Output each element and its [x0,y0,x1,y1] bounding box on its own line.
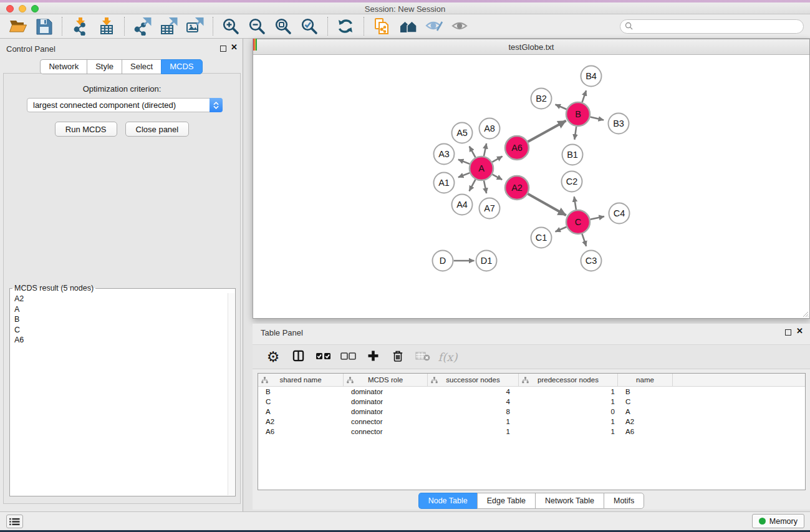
edge-C-C2[interactable] [574,196,576,210]
graph-node-A4[interactable]: A4 [452,195,473,215]
edge-A-A1[interactable] [458,173,470,177]
edge-A6-B[interactable] [528,121,566,142]
refresh-button[interactable] [334,16,357,37]
table-float-panel-icon[interactable] [785,329,791,336]
graph-node-A6[interactable]: A6 [505,136,529,160]
graph-node-D[interactable]: D [433,251,453,271]
zoom-fit-button[interactable] [272,16,294,37]
tab-select[interactable]: Select [122,59,161,74]
column-header-name[interactable]: name [618,374,673,386]
mcds-result-item[interactable]: B [10,314,228,325]
edge-A2-C[interactable] [528,194,566,215]
table-row[interactable]: Adominator80A [258,407,805,417]
graph-node-B1[interactable]: B1 [562,145,583,165]
node-label: A5 [456,128,468,138]
tab-motifs[interactable]: Motifs [604,493,644,509]
graph-node-B4[interactable]: B4 [581,66,602,87]
graph-node-B2[interactable]: B2 [531,89,552,109]
column-header-successor-nodes[interactable]: successor nodes [428,374,519,386]
tab-style[interactable]: Style [87,59,122,74]
add-column-button[interactable] [364,347,382,366]
search-input[interactable] [620,19,804,34]
export-table-button[interactable] [157,16,180,37]
export-image-button[interactable] [183,16,206,37]
column-header-shared-name[interactable]: shared name [258,374,344,386]
export-network-button[interactable] [131,16,153,37]
table-row[interactable]: A6connector11A6 [258,427,805,437]
edge-B-B4[interactable] [582,90,587,102]
graph-node-B[interactable]: B [566,102,590,126]
graph-node-B3[interactable]: B3 [609,114,629,134]
mcds-result-item[interactable]: A6 [10,335,228,346]
edge-B-B2[interactable] [556,105,567,110]
select-all-button[interactable] [314,347,332,366]
graph-node-C3[interactable]: C3 [581,251,602,271]
graph-node-A3[interactable]: A3 [434,144,455,165]
zoom-selected-button[interactable] [298,16,321,37]
tab-mcds[interactable]: MCDS [161,59,202,74]
mcds-result-item[interactable]: A [10,304,228,315]
mcds-result-item[interactable]: C [10,325,228,336]
edge-A-A3[interactable] [458,160,470,164]
table-cell: C [618,398,673,405]
close-panel-icon[interactable]: ✕ [231,42,238,52]
save-button[interactable] [32,16,55,37]
tab-node-table[interactable]: Node Table [418,493,477,509]
open-button[interactable] [6,16,29,37]
table-row[interactable]: Bdominator41B [258,387,805,397]
close-panel-button[interactable]: Close panel [125,122,190,137]
graph-node-C1[interactable]: C1 [531,228,552,248]
graph-node-A2[interactable]: A2 [505,176,529,200]
column-view-button[interactable] [289,347,307,366]
table-close-panel-icon[interactable]: ✕ [796,326,803,336]
settings-button[interactable]: ⚙ [264,347,282,366]
result-list-scrollbar[interactable] [228,293,234,495]
memory-button[interactable]: Memory [752,514,804,528]
delete-column-button[interactable] [388,347,407,366]
table-row[interactable]: A2connector11A2 [258,417,805,427]
criterion-dropdown[interactable]: largest connected component (directed) [27,98,223,112]
graph-node-A5[interactable]: A5 [452,123,473,143]
zoom-in-button[interactable] [219,16,242,37]
tab-edge-table[interactable]: Edge Table [477,493,535,509]
edge-A-A2[interactable] [493,175,503,180]
import-network-button[interactable] [69,16,91,37]
resize-grip-icon[interactable] [801,310,809,317]
edge-C-C3[interactable] [582,234,586,246]
import-table-button[interactable] [95,16,117,37]
edge-B-B1[interactable] [574,127,576,140]
edge-A-A5[interactable] [470,147,476,158]
graph-node-A7[interactable]: A7 [480,198,500,219]
tab-network-table[interactable]: Network Table [535,493,604,509]
edge-A-A7[interactable] [484,181,486,193]
edge-C-C1[interactable] [556,227,567,232]
float-panel-icon[interactable] [220,46,226,52]
show-graphics-details-button[interactable] [449,16,471,37]
table-row[interactable]: Cdominator41C [258,397,805,407]
graph-node-C2[interactable]: C2 [562,172,582,192]
zoom-out-button[interactable] [246,16,268,37]
graph-node-C4[interactable]: C4 [609,203,630,224]
graph-node-A1[interactable]: A1 [434,173,455,193]
tab-network[interactable]: Network [40,59,87,74]
home-button[interactable] [397,16,419,37]
network-graph-canvas[interactable]: B4B2BB3A8A5A6A3B1AA1C2A2A4A7C4CC1DD1C3 [253,56,809,318]
graph-node-A[interactable]: A [470,157,493,180]
mcds-result-item[interactable]: A2 [10,294,228,304]
edge-A-A4[interactable] [470,180,476,191]
task-history-button[interactable] [6,515,23,528]
edge-B-B3[interactable] [590,117,604,120]
graph-node-C[interactable]: C [566,210,590,234]
column-header-MCDS-role[interactable]: MCDS role [344,374,428,386]
edge-C-C4[interactable] [591,216,604,220]
run-mcds-button[interactable]: Run MCDS [55,122,117,137]
clone-network-button[interactable] [370,16,393,37]
graph-node-D1[interactable]: D1 [476,251,497,271]
hide-graphics-details-button[interactable] [423,16,445,37]
graph-node-A8[interactable]: A8 [480,118,500,139]
deselect-all-button[interactable] [339,347,357,366]
column-header-predecessor-nodes[interactable]: predecessor nodes [519,374,618,386]
edge-A-A6[interactable] [492,157,502,162]
edge-A-A8[interactable] [484,143,486,156]
table-cell: 1 [519,418,618,425]
